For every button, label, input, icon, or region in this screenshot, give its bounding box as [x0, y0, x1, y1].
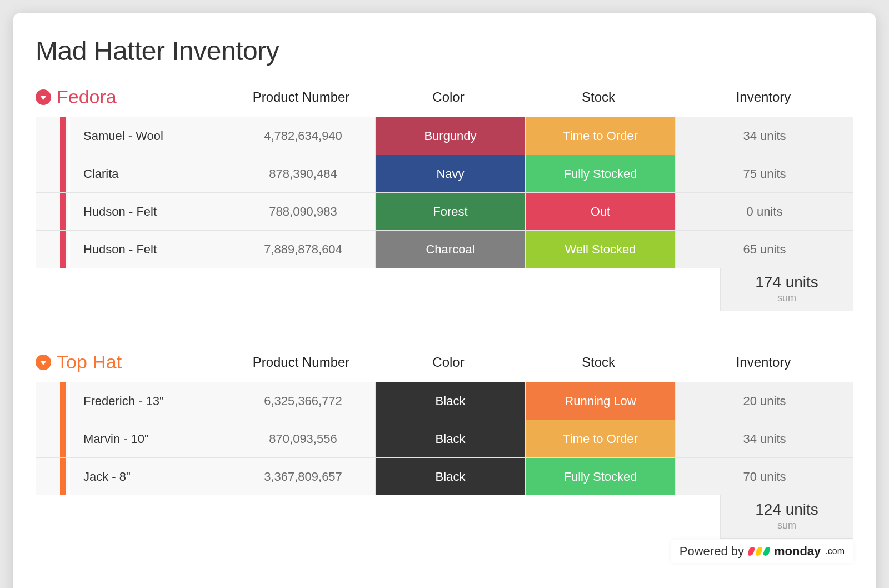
col-header-inventory[interactable]: Inventory	[673, 355, 853, 370]
group-summary: 174 units sum	[36, 268, 853, 311]
table-row[interactable]: Frederich - 13" 6,325,366,772 Black Runn…	[36, 382, 853, 420]
cell-color[interactable]: Burgundy	[376, 117, 526, 155]
group-top-hat: Top Hat Product Number Color Stock Inven…	[36, 351, 853, 539]
inventory-summary[interactable]: 174 units sum	[720, 268, 853, 311]
monday-brand: monday	[774, 544, 821, 559]
table-row[interactable]: Jack - 8" 3,367,809,657 Black Fully Stoc…	[36, 457, 853, 495]
monday-logo-icon	[748, 547, 770, 556]
row-accent-bar	[60, 458, 66, 495]
board-title: Mad Hatter Inventory	[36, 36, 853, 66]
col-header-stock[interactable]: Stock	[523, 355, 673, 370]
item-name[interactable]: Jack - 8"	[70, 458, 231, 495]
item-name[interactable]: Samuel - Wool	[70, 117, 231, 155]
board-container: Mad Hatter Inventory Fedora Product Numb…	[13, 13, 876, 588]
cell-inventory[interactable]: 34 units	[676, 117, 853, 155]
cell-color[interactable]: Black	[376, 420, 526, 457]
table-row[interactable]: Samuel - Wool 4,782,634,940 Burgundy Tim…	[36, 117, 853, 155]
cell-stock[interactable]: Fully Stocked	[526, 458, 676, 495]
cell-inventory[interactable]: 20 units	[676, 382, 853, 420]
monday-suffix: .com	[825, 546, 845, 556]
group-header: Fedora Product Number Color Stock Invent…	[36, 86, 853, 108]
cell-color[interactable]: Navy	[376, 155, 526, 192]
col-header-product-number[interactable]: Product Number	[229, 355, 373, 370]
table-row[interactable]: Hudson - Felt 788,090,983 Forest Out 0 u…	[36, 192, 853, 230]
cell-inventory[interactable]: 0 units	[676, 193, 853, 230]
cell-stock[interactable]: Running Low	[526, 382, 676, 420]
cell-inventory[interactable]: 75 units	[676, 155, 853, 192]
collapse-toggle[interactable]	[36, 89, 51, 105]
inventory-summary[interactable]: 124 units sum	[720, 495, 853, 539]
column-headers: Product Number Color Stock Inventory	[229, 89, 853, 105]
group-name[interactable]: Fedora	[57, 86, 229, 108]
cell-stock[interactable]: Well Stocked	[526, 231, 676, 268]
group-name[interactable]: Top Hat	[57, 351, 229, 373]
item-name[interactable]: Marvin - 10"	[70, 420, 231, 457]
item-name[interactable]: Hudson - Felt	[70, 231, 231, 268]
cell-stock[interactable]: Time to Order	[526, 420, 676, 457]
cell-product-number[interactable]: 788,090,983	[231, 193, 376, 230]
cell-color[interactable]: Black	[376, 458, 526, 495]
table-row[interactable]: Clarita 878,390,484 Navy Fully Stocked 7…	[36, 155, 853, 192]
summary-value: 174 units	[721, 273, 853, 291]
cell-product-number[interactable]: 4,782,634,940	[231, 117, 376, 155]
cell-color[interactable]: Forest	[376, 193, 526, 230]
cell-inventory[interactable]: 65 units	[676, 231, 853, 268]
summary-value: 124 units	[721, 501, 853, 519]
group-fedora: Fedora Product Number Color Stock Invent…	[36, 86, 853, 311]
row-accent-bar	[60, 231, 66, 268]
row-accent-bar	[60, 155, 66, 192]
row-accent-bar	[60, 193, 66, 230]
cell-product-number[interactable]: 878,390,484	[231, 155, 376, 192]
summary-label: sum	[721, 292, 853, 304]
cell-stock[interactable]: Fully Stocked	[526, 155, 676, 192]
chevron-down-icon	[40, 96, 47, 100]
col-header-product-number[interactable]: Product Number	[229, 89, 373, 105]
cell-product-number[interactable]: 870,093,556	[231, 420, 376, 457]
powered-by-badge[interactable]: Powered by monday.com	[671, 540, 853, 563]
item-name[interactable]: Clarita	[70, 155, 231, 192]
row-accent-bar	[60, 382, 66, 420]
cell-inventory[interactable]: 34 units	[676, 420, 853, 457]
collapse-toggle[interactable]	[36, 355, 51, 370]
cell-stock[interactable]: Out	[526, 193, 676, 230]
cell-color[interactable]: Black	[376, 382, 526, 420]
column-headers: Product Number Color Stock Inventory	[229, 355, 853, 370]
row-accent-bar	[60, 117, 66, 155]
table-row[interactable]: Hudson - Felt 7,889,878,604 Charcoal Wel…	[36, 230, 853, 268]
col-header-stock[interactable]: Stock	[523, 89, 673, 105]
table-row[interactable]: Marvin - 10" 870,093,556 Black Time to O…	[36, 420, 853, 457]
chevron-down-icon	[40, 361, 47, 365]
item-name[interactable]: Hudson - Felt	[70, 193, 231, 230]
cell-product-number[interactable]: 6,325,366,772	[231, 382, 376, 420]
cell-product-number[interactable]: 7,889,878,604	[231, 231, 376, 268]
col-header-color[interactable]: Color	[373, 355, 523, 370]
cell-color[interactable]: Charcoal	[376, 231, 526, 268]
summary-label: sum	[721, 520, 853, 531]
item-name[interactable]: Frederich - 13"	[70, 382, 231, 420]
cell-stock[interactable]: Time to Order	[526, 117, 676, 155]
col-header-color[interactable]: Color	[373, 89, 523, 105]
row-accent-bar	[60, 420, 66, 457]
cell-inventory[interactable]: 70 units	[676, 458, 853, 495]
group-summary: 124 units sum	[36, 495, 853, 539]
powered-by-text: Powered by	[680, 544, 744, 559]
cell-product-number[interactable]: 3,367,809,657	[231, 458, 376, 495]
group-header: Top Hat Product Number Color Stock Inven…	[36, 351, 853, 373]
col-header-inventory[interactable]: Inventory	[673, 89, 853, 105]
